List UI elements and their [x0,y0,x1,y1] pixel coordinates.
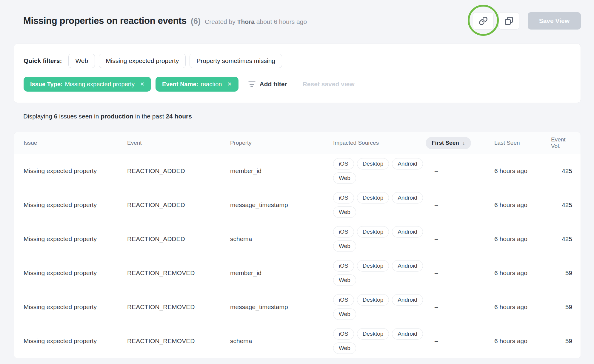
quick-filter-button[interactable]: Web [68,54,95,68]
cell-first-seen: – [432,303,494,311]
sort-first-seen-button[interactable]: First Seen ↓ [426,137,471,149]
cell-event: REACTION_REMOVED [127,303,230,311]
duplicate-view-button[interactable] [498,12,519,30]
source-chip: iOS [333,192,354,203]
source-chip: Android [392,260,423,272]
issues-table: Issue Event Property Impacted Sources Fi… [14,132,581,358]
cell-property: schema [230,337,333,345]
cell-first-seen: – [432,167,494,175]
summary-time-range: 24 hours [166,113,192,120]
cell-event: REACTION_REMOVED [127,337,230,345]
active-filter-pill[interactable]: Event Name: reaction ✕ [156,77,238,92]
add-filter-button[interactable]: Add filter [248,81,287,88]
source-chip: iOS [333,260,354,272]
cell-last-seen: 6 hours ago [494,235,551,243]
cell-first-seen: – [432,235,494,243]
cell-event-volume: 425 [551,201,572,209]
summary-environment: production [101,113,133,120]
source-chip: Web [333,309,356,320]
share-link-button-wrap [473,12,494,30]
source-chip: iOS [333,158,354,169]
cell-event-volume: 425 [551,235,572,243]
sort-descending-icon: ↓ [462,140,465,146]
quick-filters-label: Quick filters: [24,57,62,64]
table-row[interactable]: Missing expected property REACTION_REMOV… [14,290,581,324]
cell-event-volume: 59 [551,337,572,345]
cell-last-seen: 6 hours ago [494,269,551,277]
page-title: Missing properties on reaction events [23,16,187,26]
active-filter-pill[interactable]: Issue Type: Missing expected property ✕ [24,77,151,92]
cell-property: message_timestamp [230,201,333,209]
source-chip: Android [392,226,423,237]
results-summary: Displaying 6 issues seen in production i… [23,113,581,120]
source-chip: Desktop [357,192,389,203]
cell-issue: Missing expected property [24,167,127,175]
source-chip: Desktop [357,294,389,306]
source-chip: Android [392,158,423,169]
source-chip: Web [333,274,356,286]
active-filters-row: Issue Type: Missing expected property ✕ … [24,77,571,92]
table-row[interactable]: Missing expected property REACTION_REMOV… [14,256,581,290]
column-header-last-seen: Last Seen [494,140,551,146]
author-name: Thora [237,18,255,25]
summary-text: Displaying [23,113,54,120]
cell-issue: Missing expected property [24,337,127,345]
filter-pill-value: Missing expected property [65,81,135,88]
cell-property: message_timestamp [230,303,333,311]
cell-issue: Missing expected property [24,201,127,209]
header-actions: Save View [473,12,581,30]
summary-text: in the past [133,113,166,120]
cell-event: REACTION_ADDED [127,235,230,243]
source-chip: Web [333,172,356,184]
remove-filter-icon[interactable]: ✕ [140,81,144,87]
summary-count: 6 [54,113,58,120]
source-chip: Android [392,192,423,203]
title-group: Missing properties on reaction events (6… [23,16,307,26]
quick-filters-row: Quick filters: Web Missing expected prop… [24,54,571,68]
copy-icon [504,16,514,26]
source-chip: iOS [333,328,354,340]
source-chip: Android [392,294,423,306]
cell-property: member_id [230,269,333,277]
column-header-impacted-sources: Impacted Sources [333,140,432,146]
reset-saved-view-button[interactable]: Reset saved view [303,81,355,88]
source-chip: iOS [333,226,354,237]
table-body: Missing expected property REACTION_ADDED… [14,154,581,358]
filter-pill-label: Issue Type: [30,81,63,88]
cell-issue: Missing expected property [24,235,127,243]
cell-last-seen: 6 hours ago [494,201,551,209]
filter-icon [248,81,256,87]
cell-event-volume: 59 [551,269,572,277]
link-icon [478,16,488,26]
cell-property: schema [230,235,333,243]
cell-impacted-sources: iOSDesktopAndroidWeb [333,157,426,185]
source-chip: Desktop [357,328,389,340]
sort-column-label: First Seen [432,140,459,146]
column-header-event: Event [127,140,230,146]
cell-event: REACTION_ADDED [127,201,230,209]
cell-last-seen: 6 hours ago [494,167,551,175]
copy-link-button[interactable] [473,12,494,30]
table-row[interactable]: Missing expected property REACTION_REMOV… [14,324,581,358]
table-row[interactable]: Missing expected property REACTION_ADDED… [14,188,581,222]
cell-first-seen: – [432,337,494,345]
source-chip: Web [333,206,356,218]
page: Missing properties on reaction events (6… [0,0,594,358]
cell-first-seen: – [432,269,494,277]
cell-issue: Missing expected property [24,303,127,311]
quick-filter-button[interactable]: Missing expected property [99,54,186,68]
created-ago: about 6 hours ago [255,18,307,25]
created-by-meta: Created by Thora about 6 hours ago [205,18,307,25]
source-chip: Desktop [357,226,389,237]
table-row[interactable]: Missing expected property REACTION_ADDED… [14,154,581,188]
quick-filter-buttons: Web Missing expected property Property s… [68,54,282,68]
table-row[interactable]: Missing expected property REACTION_ADDED… [14,222,581,256]
save-view-button[interactable]: Save View [528,12,581,30]
column-header-first-seen: First Seen ↓ [432,137,494,149]
cell-event: REACTION_REMOVED [127,269,230,277]
remove-filter-icon[interactable]: ✕ [227,81,232,87]
source-chip: Web [333,240,356,252]
cell-last-seen: 6 hours ago [494,337,551,345]
quick-filter-button[interactable]: Property sometimes missing [190,54,282,68]
source-chip: Web [333,343,356,354]
